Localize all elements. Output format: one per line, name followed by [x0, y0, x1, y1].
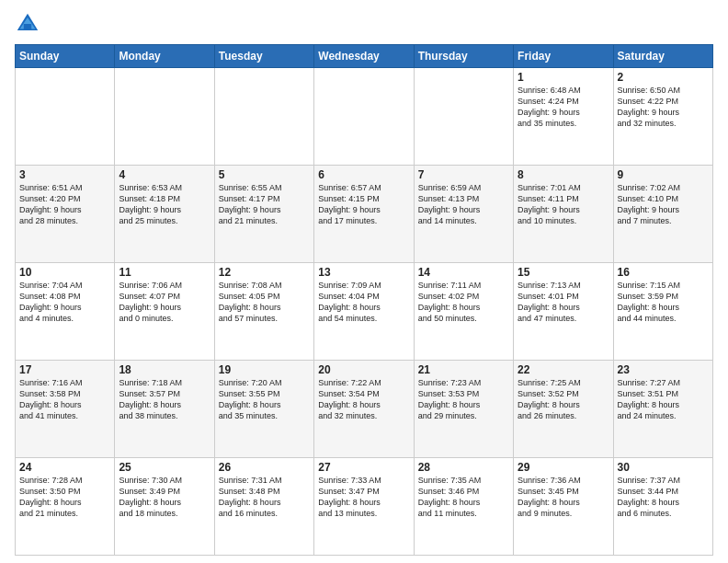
day-of-week-header: Tuesday — [214, 45, 313, 68]
calendar-day-cell: 9Sunrise: 7:02 AM Sunset: 4:10 PM Daylig… — [613, 166, 712, 263]
day-info: Sunrise: 7:11 AM Sunset: 4:02 PM Dayligh… — [418, 280, 509, 325]
day-number: 23 — [618, 363, 709, 376]
day-info: Sunrise: 7:33 AM Sunset: 3:47 PM Dayligh… — [318, 475, 409, 520]
day-info: Sunrise: 7:25 AM Sunset: 3:52 PM Dayligh… — [518, 377, 609, 422]
day-info: Sunrise: 6:55 AM Sunset: 4:17 PM Dayligh… — [219, 182, 310, 227]
day-number: 3 — [19, 168, 110, 181]
day-info: Sunrise: 7:37 AM Sunset: 3:44 PM Dayligh… — [618, 475, 709, 520]
day-number: 27 — [318, 461, 409, 474]
calendar-day-cell: 25Sunrise: 7:30 AM Sunset: 3:49 PM Dayli… — [115, 458, 214, 556]
day-info: Sunrise: 7:02 AM Sunset: 4:10 PM Dayligh… — [618, 182, 709, 227]
calendar-day-cell: 18Sunrise: 7:18 AM Sunset: 3:57 PM Dayli… — [115, 361, 214, 458]
day-number: 25 — [119, 461, 210, 474]
day-number: 22 — [518, 363, 609, 376]
day-info: Sunrise: 7:09 AM Sunset: 4:04 PM Dayligh… — [318, 280, 409, 325]
day-number: 24 — [19, 461, 110, 474]
calendar-table: SundayMondayTuesdayWednesdayThursdayFrid… — [15, 44, 713, 556]
day-number: 6 — [318, 168, 409, 181]
day-of-week-header: Monday — [115, 45, 214, 68]
calendar-week-row: 3Sunrise: 6:51 AM Sunset: 4:20 PM Daylig… — [16, 166, 713, 263]
day-number: 29 — [518, 461, 609, 474]
day-info: Sunrise: 7:13 AM Sunset: 4:01 PM Dayligh… — [518, 280, 609, 325]
calendar-day-cell: 15Sunrise: 7:13 AM Sunset: 4:01 PM Dayli… — [514, 263, 613, 361]
day-number: 8 — [518, 168, 609, 181]
calendar-day-cell: 26Sunrise: 7:31 AM Sunset: 3:48 PM Dayli… — [214, 458, 313, 556]
day-number: 28 — [418, 461, 509, 474]
day-number: 2 — [618, 71, 709, 84]
day-info: Sunrise: 7:27 AM Sunset: 3:51 PM Dayligh… — [618, 377, 709, 422]
calendar-header-row: SundayMondayTuesdayWednesdayThursdayFrid… — [16, 45, 713, 68]
day-number: 15 — [518, 266, 609, 279]
day-number: 14 — [418, 266, 509, 279]
calendar-day-cell: 10Sunrise: 7:04 AM Sunset: 4:08 PM Dayli… — [16, 263, 115, 361]
calendar-day-cell: 27Sunrise: 7:33 AM Sunset: 3:47 PM Dayli… — [314, 458, 414, 556]
calendar-day-cell: 24Sunrise: 7:28 AM Sunset: 3:50 PM Dayli… — [16, 458, 115, 556]
day-number: 4 — [119, 168, 210, 181]
day-info: Sunrise: 7:22 AM Sunset: 3:54 PM Dayligh… — [318, 377, 409, 422]
calendar-day-cell — [314, 68, 414, 166]
day-number: 13 — [318, 266, 409, 279]
day-number: 30 — [618, 461, 709, 474]
day-info: Sunrise: 7:16 AM Sunset: 3:58 PM Dayligh… — [19, 377, 110, 422]
day-of-week-header: Wednesday — [314, 45, 414, 68]
day-number: 19 — [219, 363, 310, 376]
day-of-week-header: Thursday — [414, 45, 513, 68]
day-number: 26 — [219, 461, 310, 474]
day-of-week-header: Friday — [514, 45, 613, 68]
calendar-day-cell: 13Sunrise: 7:09 AM Sunset: 4:04 PM Dayli… — [314, 263, 414, 361]
calendar-day-cell: 21Sunrise: 7:23 AM Sunset: 3:53 PM Dayli… — [414, 361, 513, 458]
calendar-day-cell — [115, 68, 214, 166]
day-info: Sunrise: 7:36 AM Sunset: 3:45 PM Dayligh… — [518, 475, 609, 520]
calendar-day-cell — [16, 68, 115, 166]
calendar-day-cell: 29Sunrise: 7:36 AM Sunset: 3:45 PM Dayli… — [514, 458, 613, 556]
day-of-week-header: Sunday — [16, 45, 115, 68]
day-info: Sunrise: 7:04 AM Sunset: 4:08 PM Dayligh… — [19, 280, 110, 325]
calendar-day-cell: 4Sunrise: 6:53 AM Sunset: 4:18 PM Daylig… — [115, 166, 214, 263]
calendar-day-cell: 17Sunrise: 7:16 AM Sunset: 3:58 PM Dayli… — [16, 361, 115, 458]
calendar-day-cell: 3Sunrise: 6:51 AM Sunset: 4:20 PM Daylig… — [16, 166, 115, 263]
day-number: 9 — [618, 168, 709, 181]
calendar-day-cell — [214, 68, 313, 166]
day-number: 21 — [418, 363, 509, 376]
svg-rect-2 — [24, 24, 31, 30]
calendar-day-cell: 20Sunrise: 7:22 AM Sunset: 3:54 PM Dayli… — [314, 361, 414, 458]
day-number: 5 — [219, 168, 310, 181]
calendar-day-cell: 7Sunrise: 6:59 AM Sunset: 4:13 PM Daylig… — [414, 166, 513, 263]
day-info: Sunrise: 6:51 AM Sunset: 4:20 PM Dayligh… — [19, 182, 110, 227]
day-number: 18 — [119, 363, 210, 376]
calendar-day-cell: 14Sunrise: 7:11 AM Sunset: 4:02 PM Dayli… — [414, 263, 513, 361]
day-number: 20 — [318, 363, 409, 376]
day-number: 16 — [618, 266, 709, 279]
calendar-week-row: 10Sunrise: 7:04 AM Sunset: 4:08 PM Dayli… — [16, 263, 713, 361]
day-number: 17 — [19, 363, 110, 376]
day-info: Sunrise: 7:31 AM Sunset: 3:48 PM Dayligh… — [219, 475, 310, 520]
day-info: Sunrise: 7:28 AM Sunset: 3:50 PM Dayligh… — [19, 475, 110, 520]
calendar-day-cell: 12Sunrise: 7:08 AM Sunset: 4:05 PM Dayli… — [214, 263, 313, 361]
day-info: Sunrise: 7:35 AM Sunset: 3:46 PM Dayligh… — [418, 475, 509, 520]
day-info: Sunrise: 7:06 AM Sunset: 4:07 PM Dayligh… — [119, 280, 210, 325]
day-number: 1 — [518, 71, 609, 84]
page: SundayMondayTuesdayWednesdayThursdayFrid… — [0, 0, 728, 563]
day-info: Sunrise: 6:59 AM Sunset: 4:13 PM Dayligh… — [418, 182, 509, 227]
day-info: Sunrise: 7:20 AM Sunset: 3:55 PM Dayligh… — [219, 377, 310, 422]
calendar-week-row: 24Sunrise: 7:28 AM Sunset: 3:50 PM Dayli… — [16, 458, 713, 556]
day-of-week-header: Saturday — [613, 45, 712, 68]
calendar-day-cell: 16Sunrise: 7:15 AM Sunset: 3:59 PM Dayli… — [613, 263, 712, 361]
header — [15, 11, 713, 37]
calendar-day-cell: 6Sunrise: 6:57 AM Sunset: 4:15 PM Daylig… — [314, 166, 414, 263]
calendar-day-cell: 23Sunrise: 7:27 AM Sunset: 3:51 PM Dayli… — [613, 361, 712, 458]
day-number: 12 — [219, 266, 310, 279]
logo-icon — [15, 11, 40, 37]
calendar-day-cell: 8Sunrise: 7:01 AM Sunset: 4:11 PM Daylig… — [514, 166, 613, 263]
calendar-day-cell: 11Sunrise: 7:06 AM Sunset: 4:07 PM Dayli… — [115, 263, 214, 361]
day-info: Sunrise: 7:18 AM Sunset: 3:57 PM Dayligh… — [119, 377, 210, 422]
calendar-day-cell: 5Sunrise: 6:55 AM Sunset: 4:17 PM Daylig… — [214, 166, 313, 263]
calendar-day-cell: 28Sunrise: 7:35 AM Sunset: 3:46 PM Dayli… — [414, 458, 513, 556]
day-info: Sunrise: 6:57 AM Sunset: 4:15 PM Dayligh… — [318, 182, 409, 227]
day-info: Sunrise: 7:30 AM Sunset: 3:49 PM Dayligh… — [119, 475, 210, 520]
day-number: 7 — [418, 168, 509, 181]
day-info: Sunrise: 7:15 AM Sunset: 3:59 PM Dayligh… — [618, 280, 709, 325]
logo — [15, 11, 44, 37]
day-number: 10 — [19, 266, 110, 279]
day-info: Sunrise: 7:08 AM Sunset: 4:05 PM Dayligh… — [219, 280, 310, 325]
